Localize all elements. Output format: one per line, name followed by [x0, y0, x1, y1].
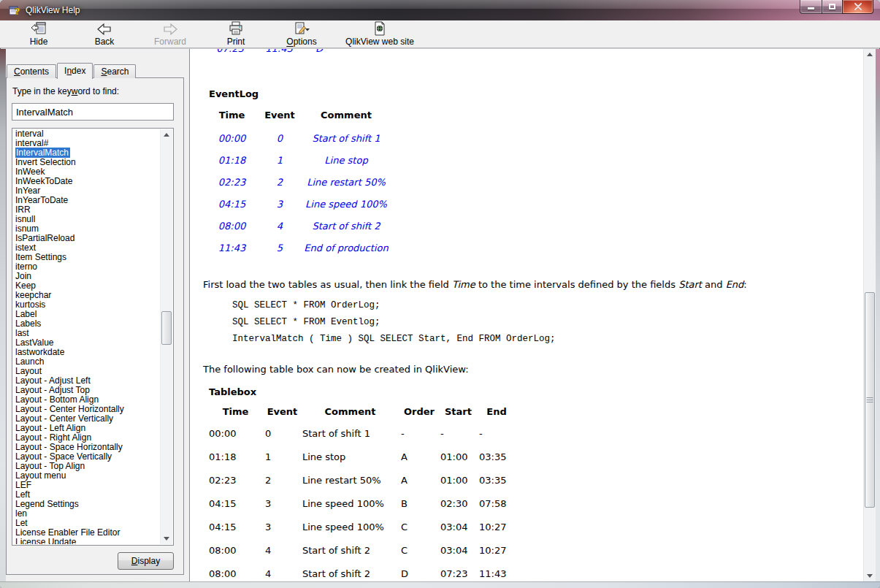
minimize-button[interactable]: [800, 0, 822, 14]
title-bar[interactable]: ? QlikView Help: [0, 0, 880, 20]
tablebox-heading: Tablebox: [209, 386, 256, 397]
cell: 5: [256, 243, 303, 253]
eventlog-rows: 00:000Start of shift 101:181Line stop02:…: [207, 127, 389, 259]
index-item[interactable]: Labels: [13, 319, 160, 329]
eventlog-heading: EventLog: [209, 88, 259, 99]
cell: 04:15: [207, 498, 264, 509]
qlikview-web-site-button[interactable]: QlikView web site: [337, 21, 422, 47]
maximize-button[interactable]: [822, 0, 843, 14]
cell: 08:00: [207, 545, 264, 556]
hide-panel-icon: [31, 21, 47, 36]
cell: 4: [264, 545, 301, 556]
index-item[interactable]: LEF: [13, 481, 160, 490]
index-item-label: License Enabler File Editor: [15, 527, 120, 538]
index-scrollbar-thumb[interactable]: [161, 311, 172, 345]
cell: -: [478, 428, 516, 439]
help-navigation-pane: Contents Index Search Type in the keywor…: [6, 49, 184, 581]
cell: Line speed 100%: [301, 498, 399, 509]
eventlog-row: 08:004Start of shift 2: [207, 215, 389, 237]
column-header: Order: [399, 406, 439, 417]
index-item-label: Layout - Adjust Left: [15, 375, 91, 386]
up-arrow-icon: [164, 133, 169, 137]
cell: End of production: [303, 243, 389, 253]
tablebox-row: 01:181Line stopA01:0003:35: [207, 445, 516, 468]
cell: -: [439, 428, 478, 439]
index-item-label: Label: [15, 309, 37, 319]
cell: 3: [264, 522, 301, 532]
back-button[interactable]: Back: [74, 21, 134, 47]
cell: B: [399, 498, 439, 509]
index-item-label: LastValue: [15, 337, 53, 348]
up-arrow-icon: [867, 53, 873, 56]
display-button[interactable]: Display: [118, 552, 174, 570]
content-scrollbar-thumb[interactable]: [865, 292, 875, 508]
caption-buttons: [800, 0, 873, 14]
cell: 01:18: [207, 451, 264, 462]
tablebox-row: 02:232Line restart 50%A01:0003:35: [207, 468, 516, 492]
window-frame-left: [0, 49, 6, 581]
toolbar: Hide Back Forward: [0, 20, 880, 48]
cell: 3: [256, 199, 303, 210]
options-button[interactable]: Options: [272, 21, 332, 47]
keyword-label: Type in the keyword to find:: [12, 86, 174, 96]
tablebox-row: 00:000Start of shift 1---: [207, 421, 516, 445]
cell: Start of shift 2: [303, 221, 389, 232]
tablebox-table: TimeEventCommentOrderStartEnd 00:000Star…: [207, 401, 516, 581]
index-item-label: keepchar: [15, 290, 51, 300]
index-item-label: InYearToDate: [15, 195, 68, 205]
eventlog-row: 01:181Line stop: [207, 149, 389, 171]
column-header: Comment: [301, 406, 399, 417]
tab-search[interactable]: Search: [93, 64, 136, 78]
index-item[interactable]: len: [13, 509, 160, 519]
eventlog-row: 11:435End of production: [207, 237, 389, 259]
cell: 0: [264, 428, 301, 439]
cell: 4: [264, 568, 301, 579]
index-item-label: IRR: [15, 205, 31, 215]
index-item[interactable]: Legend Settings: [13, 500, 160, 509]
code-line: SQL SELECT * FROM OrderLog;: [232, 297, 556, 314]
index-list-scrollbar[interactable]: [160, 129, 172, 544]
eventlog-row: 04:153Line speed 100%: [207, 193, 389, 215]
hide-button[interactable]: Hide: [9, 21, 69, 47]
main-area: Contents Index Search Type in the keywor…: [0, 49, 880, 581]
cell: 0: [256, 133, 303, 144]
pane-splitter[interactable]: [184, 49, 189, 581]
tablebox-row: 08:004Start of shift 2C03:0410:27: [207, 538, 516, 562]
content-scroll-down-button[interactable]: [864, 570, 876, 581]
tablebox-row: 04:153Line speed 100%B02:3007:58: [207, 492, 516, 515]
close-button[interactable]: [842, 0, 873, 14]
index-item[interactable]: License Update: [13, 538, 160, 544]
content-scroll-up-button[interactable]: [864, 49, 876, 60]
cell: Line restart 50%: [301, 475, 399, 486]
index-item[interactable]: Layout menu: [13, 471, 160, 481]
print-button[interactable]: Print: [206, 21, 266, 47]
index-item-label: LEF: [15, 480, 31, 490]
cell: 10:27: [478, 522, 516, 532]
keyword-input[interactable]: [12, 103, 174, 121]
clipped-table-row: 07:2311:43D: [190, 49, 863, 57]
index-item-label: Layout - Bottom Align: [15, 394, 99, 405]
scroll-up-button[interactable]: [161, 129, 172, 140]
index-item-label: Layout - Left Align: [15, 423, 85, 433]
index-item-label: Layout - Center Horizontally: [15, 404, 124, 414]
index-item-label: IsPartialReload: [15, 233, 74, 243]
qlikview-web-site-label: QlikView web site: [345, 37, 414, 47]
tab-index-label: Index: [64, 66, 85, 76]
index-list: intervalinterval#IntervalMatchInvert Sel…: [12, 128, 174, 546]
index-item-label: License Update: [15, 537, 76, 544]
scroll-down-button[interactable]: [161, 533, 172, 544]
intro-paragraph: First load the two tables as usual, then…: [203, 279, 747, 290]
tab-contents[interactable]: Contents: [7, 64, 56, 78]
index-item[interactable]: InYearToDate: [13, 196, 160, 205]
content-scrollbar[interactable]: [863, 49, 876, 581]
cell: 00:00: [207, 133, 256, 144]
cell: 01:00: [439, 451, 478, 462]
index-item-label: lastworkdate: [15, 347, 64, 357]
clipped-cell: D: [294, 49, 345, 54]
code-line: IntervalMatch ( Time ) SQL SELECT Start,…: [232, 331, 556, 348]
tab-index[interactable]: Index: [57, 63, 93, 79]
index-item[interactable]: iterno: [13, 262, 160, 272]
script-code-block: SQL SELECT * FROM OrderLog;SQL SELECT * …: [232, 297, 556, 348]
eventlog-header-row: TimeEventComment: [207, 103, 389, 126]
tablebox-rows: 00:000Start of shift 1---01:181Line stop…: [207, 421, 516, 581]
